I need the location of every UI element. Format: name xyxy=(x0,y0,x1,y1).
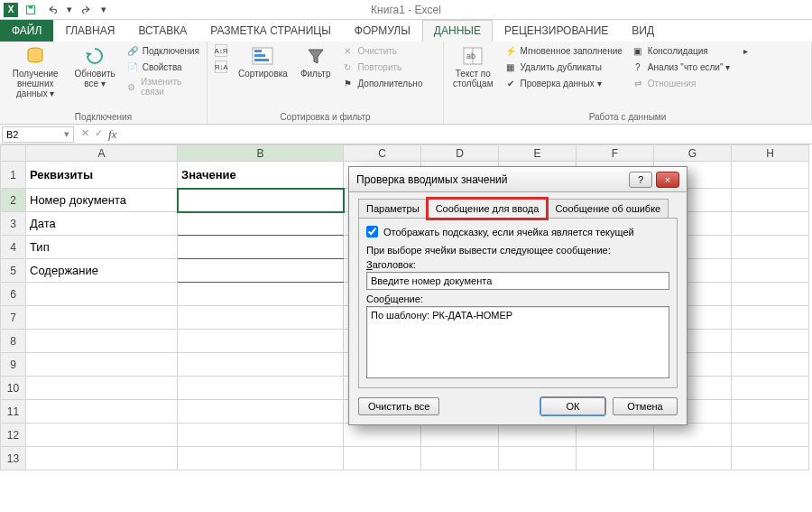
save-icon[interactable] xyxy=(22,2,40,18)
help-button[interactable]: ? xyxy=(629,172,652,188)
cell[interactable]: Дата xyxy=(26,212,178,236)
props-icon: 📄 xyxy=(126,61,139,73)
filter-button[interactable]: Фильтр xyxy=(297,43,335,80)
app-title: Книга1 - Excel xyxy=(371,4,441,16)
show-hint-checkbox[interactable] xyxy=(366,226,378,237)
select-all-corner[interactable] xyxy=(1,145,26,162)
row-header[interactable]: 11 xyxy=(1,400,26,424)
refresh-all-button[interactable]: Обновить все ▾ xyxy=(70,43,118,90)
what-if-button[interactable]: ?Анализ "что если" ▾ xyxy=(630,60,732,74)
undo-dropdown-icon[interactable]: ▾ xyxy=(65,2,74,18)
formula-input[interactable] xyxy=(122,129,812,140)
cell[interactable]: Тип xyxy=(26,236,178,259)
col-header[interactable]: D xyxy=(421,145,499,162)
row-header[interactable]: 3 xyxy=(1,212,26,236)
enter-formula-icon[interactable]: ✓ xyxy=(95,127,103,142)
tab-file[interactable]: ФАЙЛ xyxy=(0,20,53,42)
row-header[interactable]: 6 xyxy=(1,283,26,306)
row-header[interactable]: 4 xyxy=(1,236,26,259)
group-label-data-tools: Работа с данными xyxy=(449,112,806,124)
col-header[interactable]: H xyxy=(732,145,809,162)
cancel-formula-icon[interactable]: ✕ xyxy=(81,127,89,142)
col-header[interactable]: G xyxy=(654,145,732,162)
close-button[interactable]: × xyxy=(656,172,679,188)
tab-layout[interactable]: РАЗМЕТКА СТРАНИЦЫ xyxy=(198,20,343,42)
excel-icon: X xyxy=(4,3,18,17)
message-field-label: Сообщение: xyxy=(366,293,669,304)
group-label-connections: Подключения xyxy=(5,112,201,124)
svg-rect-1 xyxy=(29,5,33,8)
sort-az-button[interactable]: А↓Я xyxy=(213,43,229,58)
edit-links-button[interactable]: ⚙Изменить связи xyxy=(125,76,201,98)
cell[interactable]: Номер документа xyxy=(26,189,178,212)
tab-insert[interactable]: ВСТАВКА xyxy=(126,20,198,42)
dialog-tab-input-message[interactable]: Сообщение для ввода xyxy=(428,199,548,219)
remove-duplicates-button[interactable]: ▦Удалить дубликаты xyxy=(503,60,624,74)
clear-all-button[interactable]: Очистить все xyxy=(358,397,439,415)
undo-icon[interactable] xyxy=(43,2,61,18)
cell[interactable] xyxy=(178,236,344,259)
flash-icon: ⚡ xyxy=(504,44,517,57)
sort-za-button[interactable]: Я↓А xyxy=(213,60,229,74)
ok-button[interactable]: ОК xyxy=(540,397,605,415)
tab-formulas[interactable]: ФОРМУЛЫ xyxy=(343,20,422,42)
tab-home[interactable]: ГЛАВНАЯ xyxy=(53,20,126,42)
col-header[interactable]: A xyxy=(26,145,178,162)
clear-filter-button[interactable]: ✕Очистить xyxy=(339,43,424,58)
advanced-filter-button[interactable]: ⚑Дополнительно xyxy=(339,76,424,90)
data-validation-button[interactable]: ✔Проверка данных ▾ xyxy=(503,76,624,90)
row-header[interactable]: 10 xyxy=(1,377,26,400)
svg-rect-6 xyxy=(254,59,269,61)
text-to-columns-button[interactable]: ab Текст по столбцам xyxy=(449,43,497,90)
row-header[interactable]: 9 xyxy=(1,353,26,377)
dialog-panel: Отображать подсказку, если ячейка являет… xyxy=(358,218,678,388)
row-header[interactable]: 13 xyxy=(1,447,26,470)
col-header[interactable]: E xyxy=(499,145,577,162)
relationships-button[interactable]: ⇄Отношения xyxy=(630,76,732,90)
reapply-button[interactable]: ↻Повторить xyxy=(339,60,424,74)
title-field[interactable] xyxy=(366,272,669,290)
flash-fill-button[interactable]: ⚡Мгновенное заполнение xyxy=(503,43,624,58)
dialog-titlebar[interactable]: Проверка вводимых значений ? × xyxy=(349,167,687,192)
cell[interactable] xyxy=(178,259,344,283)
row-header[interactable]: 12 xyxy=(1,424,26,447)
tab-data[interactable]: ДАННЫЕ xyxy=(422,20,493,42)
chevron-down-icon[interactable]: ▾ xyxy=(64,128,69,140)
col-header[interactable]: C xyxy=(344,145,421,162)
title-bar: X ▾ ▾ Книга1 - Excel xyxy=(0,0,812,20)
col-header[interactable]: B xyxy=(178,145,344,162)
get-external-data-button[interactable]: Получение внешних данных ▾ xyxy=(5,43,65,100)
redo-icon[interactable] xyxy=(78,2,96,18)
cell[interactable]: Значение xyxy=(178,162,344,189)
dialog-tab-error-alert[interactable]: Сообщение об ошибке xyxy=(547,199,669,219)
dialog-tab-settings[interactable]: Параметры xyxy=(358,199,428,219)
active-cell[interactable] xyxy=(178,189,344,212)
chevron-icon: ▸ xyxy=(739,44,752,57)
database-icon xyxy=(23,45,48,67)
row-header[interactable]: 5 xyxy=(1,259,26,283)
refresh-icon xyxy=(82,45,107,67)
row-header[interactable]: 7 xyxy=(1,306,26,330)
name-box[interactable]: B2▾ xyxy=(2,126,74,143)
consolidate-button[interactable]: ▣Консолидация xyxy=(630,43,732,58)
row-header[interactable]: 8 xyxy=(1,330,26,353)
fx-icon[interactable]: fx xyxy=(108,127,116,142)
message-field[interactable] xyxy=(366,306,669,378)
qat-customize-icon[interactable]: ▾ xyxy=(99,2,108,18)
svg-text:ab: ab xyxy=(466,51,475,61)
formula-bar: B2▾ ✕ ✓ fx xyxy=(0,125,812,144)
cell[interactable]: Реквизиты xyxy=(26,162,178,189)
col-header[interactable]: F xyxy=(577,145,654,162)
cell[interactable] xyxy=(178,212,344,236)
row-header[interactable]: 1 xyxy=(1,162,26,189)
cell[interactable]: Содержание xyxy=(26,259,178,283)
cancel-button[interactable]: Отмена xyxy=(613,397,678,415)
more-button[interactable]: ▸ xyxy=(737,43,753,58)
connections-button[interactable]: 🔗Подключения xyxy=(125,43,201,58)
text-columns-icon: ab xyxy=(460,45,485,67)
row-header[interactable]: 2 xyxy=(1,189,26,212)
properties-button[interactable]: 📄Свойства xyxy=(125,60,201,74)
sort-button[interactable]: Сортировка xyxy=(235,43,291,80)
tab-review[interactable]: РЕЦЕНЗИРОВАНИЕ xyxy=(493,20,620,42)
tab-view[interactable]: ВИД xyxy=(620,20,666,42)
